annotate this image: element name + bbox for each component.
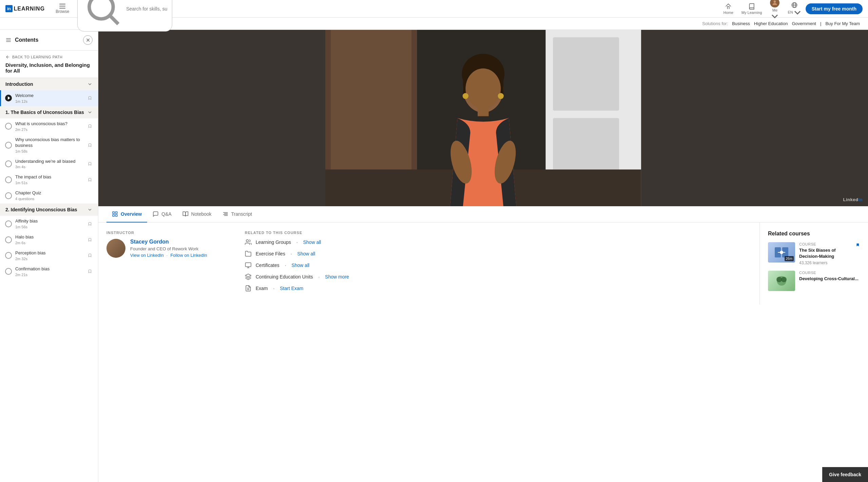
bookmark-icon[interactable] [87,123,93,129]
book-icon [748,3,755,10]
view-on-linkedin[interactable]: View on LinkedIn [130,253,164,258]
certificates-icon [245,262,252,269]
lesson-circle-icon [5,176,12,183]
course-card-1[interactable]: 26m COURSE The Six Biases of Decision-Ma… [768,242,860,265]
tab-overview[interactable]: Overview [106,206,147,223]
lesson-item-what-is[interactable]: What is unconscious bias? 2m 27s [0,118,98,134]
close-sidebar-button[interactable]: ✕ [83,35,93,45]
bookmark-icon[interactable] [87,237,93,243]
bookmark-icon[interactable] [87,177,93,182]
avatar-icon [771,0,778,6]
course-thumb-icon-2 [773,274,790,288]
course-thumb-2 [768,271,795,291]
bookmark-icon[interactable] [87,253,93,258]
exam-start[interactable]: Start Exam [280,286,303,291]
qa-icon [153,211,159,217]
exercise-files-show-all[interactable]: Show all [297,251,315,256]
lesson-item-confirmation[interactable]: Confirmation bias 2m 21s [0,264,98,279]
logo[interactable]: in LEARNING [5,5,45,12]
instructor-name[interactable]: Stacey Gordon [130,239,207,245]
learning-groups-show-all[interactable]: Show all [303,239,321,245]
svg-rect-27 [113,215,114,216]
lesson-circle-icon [5,123,12,130]
svg-point-23 [462,93,468,99]
below-tabs-content: INSTRUCTOR Stacey Gordon Founder and CEO… [98,223,868,305]
video-watermark: Linkedin [843,197,863,202]
home-nav[interactable]: Home [720,2,737,16]
me-nav[interactable]: Me [767,0,783,21]
svg-point-45 [781,277,787,282]
svg-rect-34 [245,263,251,267]
my-learning-nav[interactable]: My Learning [738,2,766,16]
svg-point-33 [246,240,249,242]
start-free-month-button[interactable]: Start my free month [806,3,863,14]
course-card-2[interactable]: COURSE Developing Cross-Cultural... [768,271,860,291]
exercise-files-icon [245,250,252,257]
svg-rect-25 [113,212,114,213]
section-header-identifying[interactable]: 2. Identifying Unconscious Bias [0,204,98,216]
content-area: Linkedin Overview Q&A [98,30,868,482]
lesson-item-why-matters[interactable]: Why unconscious bias matters to business… [0,134,98,156]
home-icon [725,3,732,10]
bookmark-icon[interactable] [87,95,93,101]
lesson-item-perception[interactable]: Perception bias 2m 32s [0,248,98,264]
certificates-show-all[interactable]: Show all [292,263,310,268]
lesson-circle-icon [5,252,12,259]
solutions-business[interactable]: Business [732,21,750,26]
chevron-down-icon [87,207,93,212]
sidebar-header: Contents ✕ [0,30,98,51]
back-arrow-icon [5,55,10,59]
solutions-government[interactable]: Government [792,21,816,26]
tab-transcript[interactable]: Transcript [217,206,258,223]
bookmark-icon[interactable] [87,221,93,227]
nav-right: Home My Learning Me EN [720,0,863,21]
contents-icon [5,37,12,43]
lesson-item-halo[interactable]: Halo bias 2m 6s [0,232,98,248]
svg-point-44 [776,277,782,282]
svg-rect-13 [553,37,619,111]
follow-on-linkedin[interactable]: Follow on LinkedIn [170,253,207,258]
main-layout: Contents ✕ BACK TO LEARNING PATH Diversi… [0,30,868,482]
lesson-circle-icon [5,268,12,275]
top-nav: in LEARNING Browse Home My Learning [0,0,868,18]
logo-text: LEARNING [14,6,45,12]
search-input[interactable] [126,6,167,12]
tab-qa[interactable]: Q&A [147,206,177,223]
section-header-intro[interactable]: Introduction [0,78,98,90]
chevron-down-icon [87,110,93,115]
svg-point-19 [466,69,501,109]
buy-for-team[interactable]: Buy For My Team [825,21,860,26]
bookmark-icon[interactable] [87,161,93,167]
course-duration-1: 26m [785,256,794,261]
lesson-circle-icon [5,160,12,167]
sidebar: Contents ✕ BACK TO LEARNING PATH Diversi… [0,30,98,482]
back-link[interactable]: BACK TO LEARNING PATH [0,51,98,61]
svg-point-42 [780,251,783,254]
lesson-circle-icon [5,220,12,227]
bookmark-icon[interactable] [87,142,93,148]
search-bar[interactable] [77,0,172,32]
notebook-icon [182,211,189,217]
svg-rect-20 [478,105,489,116]
lesson-item-welcome[interactable]: Welcome 1m 12s [0,90,98,106]
bookmark-icon[interactable] [87,269,93,274]
avatar [770,0,780,7]
course-bookmark-icon-1[interactable] [856,242,860,248]
lesson-item-affinity[interactable]: Affinity bias 1m 56s [0,216,98,232]
video-container[interactable]: Linkedin [98,30,868,206]
lang-nav[interactable]: EN [784,0,804,17]
chevron-down-icon [87,81,93,87]
lesson-item-quiz[interactable]: Chapter Quiz 4 questions [0,188,98,204]
ceu-show-more[interactable]: Show more [325,274,349,279]
section-header-basics[interactable]: 1. The Basics of Unconscious Bias [0,106,98,118]
svg-point-2 [774,0,776,3]
lesson-item-impact[interactable]: The impact of bias 1m 51s [0,172,98,188]
tab-notebook[interactable]: Notebook [177,206,217,223]
browse-button[interactable]: Browse [53,2,72,15]
give-feedback-button[interactable]: Give feedback [822,467,868,482]
lesson-item-understanding[interactable]: Understanding we're all biased 3m 4s [0,156,98,172]
solutions-higher-ed[interactable]: Higher Education [754,21,788,26]
related-courses-title: Related courses [768,231,860,237]
related-exercise-files: Exercise Files · Show all [245,250,751,257]
related-learning-groups: Learning Groups · Show all [245,239,751,246]
